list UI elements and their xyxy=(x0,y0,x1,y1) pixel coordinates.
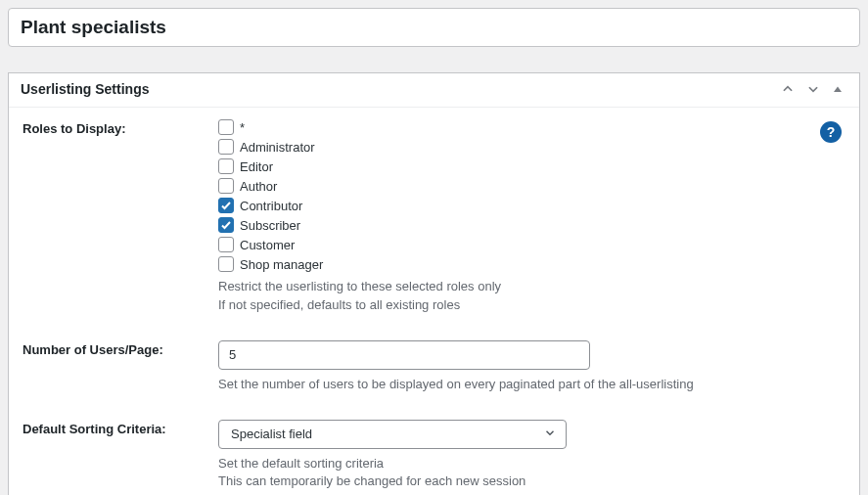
role-option-subscriber: Subscriber xyxy=(218,217,845,233)
sort-select-value: Specialist field xyxy=(231,427,312,441)
role-option-label: Editor xyxy=(240,159,273,174)
role-option-label: Customer xyxy=(240,238,295,252)
sort-label: Default Sorting Criteria: xyxy=(23,420,218,436)
checkbox-customer[interactable] xyxy=(218,237,234,252)
roles-label: Roles to Display: xyxy=(23,119,218,136)
role-option-all: * xyxy=(218,119,845,135)
collapse-toggle-icon[interactable] xyxy=(832,83,847,95)
roles-hint-line2: If not specified, defaults to all existi… xyxy=(218,296,845,315)
role-option-customer: Customer xyxy=(218,237,845,252)
field-sort: Default Sorting Criteria: Specialist fie… xyxy=(23,420,845,492)
perpage-label: Number of Users/Page: xyxy=(23,340,218,357)
sort-hint-line2: This can temporarily be changed for each… xyxy=(218,472,845,491)
role-option-label: * xyxy=(240,120,245,135)
title-panel: Plant specialists xyxy=(8,8,860,47)
move-up-icon[interactable] xyxy=(781,82,797,96)
page-title: Plant specialists xyxy=(21,17,847,38)
roles-hint-line1: Restrict the userlisting to these select… xyxy=(218,278,845,296)
checkbox-all[interactable] xyxy=(218,119,234,135)
move-down-icon[interactable] xyxy=(806,82,822,96)
perpage-hint: Set the number of users to be displayed … xyxy=(218,376,845,394)
role-option-shop-manager: Shop manager xyxy=(218,256,845,272)
role-option-label: Contributor xyxy=(240,199,302,213)
roles-hint: Restrict the userlisting to these select… xyxy=(218,278,845,315)
checkbox-subscriber[interactable] xyxy=(218,217,234,233)
panel-header: Userlisting Settings xyxy=(9,73,859,108)
role-option-editor: Editor xyxy=(218,158,845,174)
panel-heading: Userlisting Settings xyxy=(21,81,149,97)
checkbox-administrator[interactable] xyxy=(218,139,234,155)
help-icon[interactable]: ? xyxy=(820,121,842,143)
panel-header-controls xyxy=(781,82,847,96)
checkbox-editor[interactable] xyxy=(218,158,234,174)
role-option-label: Author xyxy=(240,179,277,194)
perpage-input[interactable] xyxy=(218,340,590,370)
field-perpage: Number of Users/Page: Set the number of … xyxy=(23,340,845,394)
role-option-author: Author xyxy=(218,178,845,194)
checkbox-shop-manager[interactable] xyxy=(218,256,234,272)
perpage-control: Set the number of users to be displayed … xyxy=(218,340,845,394)
svg-marker-0 xyxy=(834,87,842,93)
role-option-label: Shop manager xyxy=(240,257,323,272)
sort-control: Specialist field Set the default sorting… xyxy=(218,420,845,492)
checkbox-author[interactable] xyxy=(218,178,234,194)
role-option-label: Subscriber xyxy=(240,218,300,233)
role-option-contributor: Contributor xyxy=(218,198,845,213)
checkbox-contributor[interactable] xyxy=(218,198,234,213)
roles-control: * Administrator Editor Author Contributo… xyxy=(218,119,845,315)
role-option-label: Administrator xyxy=(240,140,315,155)
role-option-administrator: Administrator xyxy=(218,139,845,155)
sort-select-wrap: Specialist field xyxy=(218,420,567,449)
userlisting-settings-panel: Userlisting Settings ? Roles to Display:… xyxy=(8,72,860,495)
sort-hint-line1: Set the default sorting criteria xyxy=(218,455,845,473)
panel-body: ? Roles to Display: * Administrator Edit… xyxy=(9,108,859,495)
field-roles: Roles to Display: * Administrator Editor… xyxy=(23,119,845,315)
sort-select[interactable]: Specialist field xyxy=(218,420,567,449)
sort-hint: Set the default sorting criteria This ca… xyxy=(218,455,845,492)
